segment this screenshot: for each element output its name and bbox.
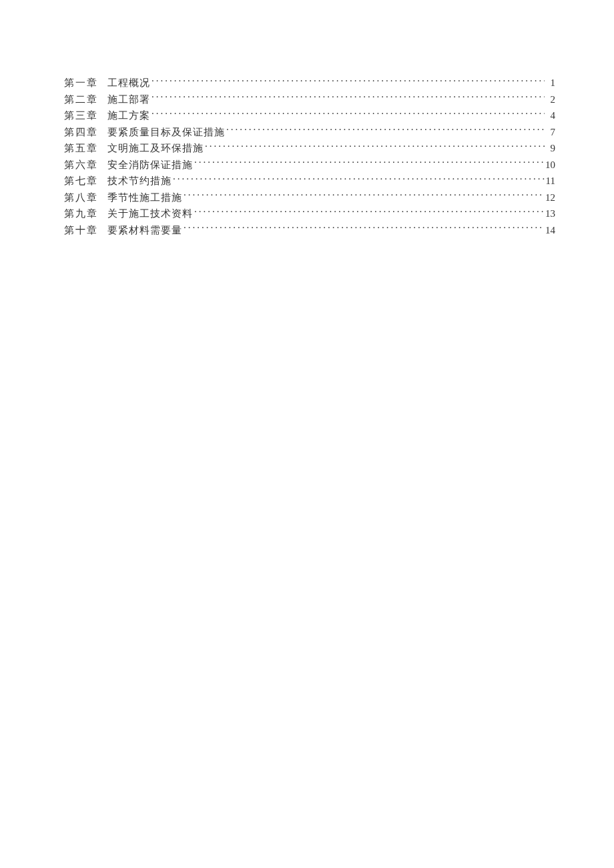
toc-chapter: 第九章 xyxy=(64,205,98,222)
toc-leader-dots xyxy=(184,224,544,234)
toc-page: 14 xyxy=(545,222,555,239)
toc-title: 关于施工技术资料 xyxy=(107,205,193,222)
toc-title: 技术节约措施 xyxy=(107,173,172,189)
toc-entry: 第三章 施工方案 4 xyxy=(64,107,555,124)
toc-page: 7 xyxy=(546,124,555,141)
toc-entry: 第八章 季节性施工措施 12 xyxy=(64,189,555,206)
toc-title: 要紧材料需要量 xyxy=(107,222,182,239)
toc-chapter: 第六章 xyxy=(64,157,98,173)
toc-entry: 第六章 安全消防保证措施 10 xyxy=(64,157,555,173)
toc-title: 安全消防保证措施 xyxy=(107,157,193,173)
toc-chapter: 第二章 xyxy=(64,91,98,108)
toc-chapter: 第十章 xyxy=(64,222,98,239)
toc-chapter: 第五章 xyxy=(64,140,98,157)
toc-chapter: 第八章 xyxy=(64,189,98,206)
toc-title: 工程概况 xyxy=(107,75,150,91)
toc-title: 施工部署 xyxy=(107,91,150,108)
toc-title: 施工方案 xyxy=(107,107,150,124)
toc-title: 要紧质量目标及保证措施 xyxy=(107,124,225,141)
toc-entry: 第一章 工程概况 1 xyxy=(64,75,555,91)
toc-page: 10 xyxy=(545,157,555,173)
toc-page: 4 xyxy=(546,107,555,124)
toc-chapter: 第七章 xyxy=(64,173,98,189)
toc-page: 11 xyxy=(546,173,555,189)
toc-leader-dots xyxy=(205,141,545,151)
toc-entry: 第七章 技术节约措施 11 xyxy=(64,173,555,189)
toc-chapter: 第一章 xyxy=(64,75,98,91)
toc-leader-dots xyxy=(151,109,545,119)
toc-page: 1 xyxy=(546,75,555,91)
table-of-contents: 第一章 工程概况 1 第二章 施工部署 2 第三章 施工方案 4 第四章 要紧质… xyxy=(64,75,555,238)
toc-entry: 第五章 文明施工及环保措施 9 xyxy=(64,140,555,157)
toc-chapter: 第四章 xyxy=(64,124,98,141)
toc-title: 季节性施工措施 xyxy=(107,189,182,206)
toc-title: 文明施工及环保措施 xyxy=(107,140,204,157)
toc-leader-dots xyxy=(184,191,544,201)
toc-page: 9 xyxy=(546,140,555,157)
toc-entry: 第四章 要紧质量目标及保证措施 7 xyxy=(64,124,555,141)
toc-leader-dots xyxy=(151,76,545,86)
toc-page: 2 xyxy=(546,91,555,108)
toc-chapter: 第三章 xyxy=(64,107,98,124)
toc-leader-dots xyxy=(194,158,544,168)
toc-entry: 第十章 要紧材料需要量 14 xyxy=(64,222,555,239)
toc-page: 13 xyxy=(545,205,555,222)
toc-entry: 第九章 关于施工技术资料 13 xyxy=(64,205,555,222)
toc-page: 12 xyxy=(545,189,555,206)
toc-entry: 第二章 施工部署 2 xyxy=(64,91,555,108)
toc-leader-dots xyxy=(226,125,545,135)
toc-leader-dots xyxy=(194,207,544,217)
toc-leader-dots xyxy=(151,93,545,103)
toc-leader-dots xyxy=(173,174,545,184)
